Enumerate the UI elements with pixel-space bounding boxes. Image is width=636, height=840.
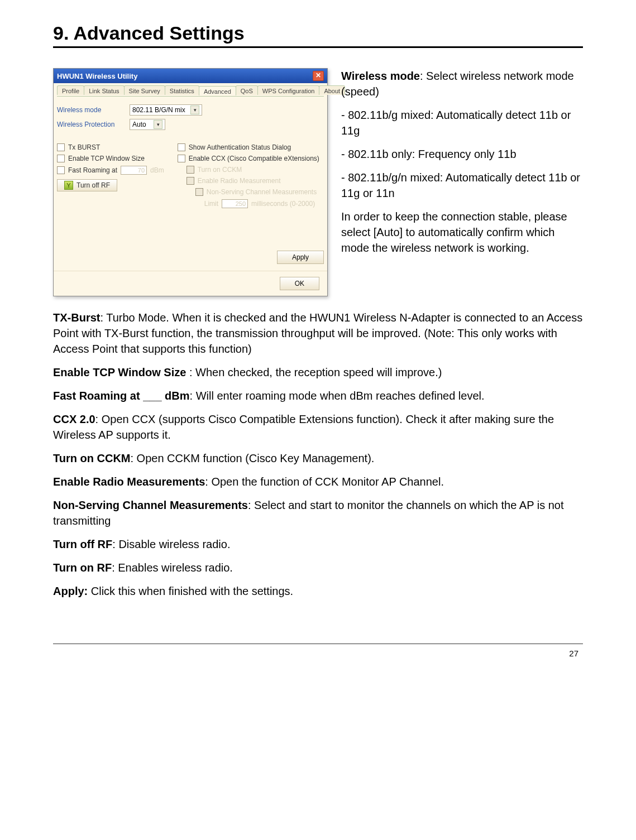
body-p7: Non-Serving Channel Measurements: Select… xyxy=(53,497,583,529)
turn-rf-button[interactable]: Y Turn off RF xyxy=(57,179,117,191)
limit-input[interactable]: 250 xyxy=(222,199,248,208)
wireless-mode-value: 802.11 B/G/N mix xyxy=(132,106,185,114)
tab-profile[interactable]: Profile xyxy=(57,85,84,95)
body-p8: Turn off RF: Disable wireless radio. xyxy=(53,536,583,552)
side-p4: - 802.11b/g/n mixed: Automatically detec… xyxy=(341,170,583,201)
side-p2: - 802.11b/g mixed: Automatically detect … xyxy=(341,107,583,138)
tab-advanced[interactable]: Advanced xyxy=(199,86,236,95)
radiomeas-label: Enable Radio Measurement xyxy=(198,177,281,185)
body-p9: Turn on RF: Enables wireless radio. xyxy=(53,560,583,575)
tab-statistics[interactable]: Statistics xyxy=(165,85,199,95)
txburst-checkbox[interactable] xyxy=(57,143,65,151)
tab-qos[interactable]: QoS xyxy=(236,85,258,95)
wireless-utility-window: HWUN1 Wireless Utility ✕ Profile Link St… xyxy=(53,68,328,296)
radiomeas-checkbox[interactable] xyxy=(187,177,194,185)
body-p10: Apply: Click this when finished with the… xyxy=(53,583,583,599)
tab-site-survey[interactable]: Site Survey xyxy=(124,85,165,95)
body-p2: Enable TCP Window Size : When checked, t… xyxy=(53,364,583,380)
body-p6: Enable Radio Measurements: Open the func… xyxy=(53,474,583,489)
footer-rule xyxy=(53,644,583,644)
chevron-down-icon[interactable]: ▾ xyxy=(154,120,162,129)
tcpwin-checkbox[interactable] xyxy=(57,155,65,162)
heading-rule xyxy=(53,46,583,48)
cckm-label: Turn on CCKM xyxy=(198,166,242,174)
wireless-protection-label: Wireless Protection xyxy=(57,121,130,128)
wireless-mode-select[interactable]: 802.11 B/G/N mix ▾ xyxy=(130,104,202,116)
radio-icon: Y xyxy=(64,181,73,190)
close-icon[interactable]: ✕ xyxy=(313,71,324,81)
tab-link-status[interactable]: Link Status xyxy=(84,85,124,95)
chapter-heading: 9. Advanced Settings xyxy=(53,22,583,44)
wireless-protection-select[interactable]: Auto ▾ xyxy=(130,119,165,130)
limit-post: milliseconds (0-2000) xyxy=(251,200,315,208)
wireless-mode-label: Wireless mode xyxy=(57,106,130,114)
side-p3: - 802.11b only: Frequency only 11b xyxy=(341,146,583,162)
ok-button[interactable]: OK xyxy=(280,277,319,290)
side-p1: Wireless mode: Select wireless network m… xyxy=(341,68,583,99)
tab-strip: Profile Link Status Site Survey Statisti… xyxy=(57,85,324,95)
fastroam-unit: dBm xyxy=(150,166,164,174)
turn-rf-label: Turn off RF xyxy=(76,181,110,189)
body-p1: TX-Burst: Turbo Mode. When it is checked… xyxy=(53,310,583,357)
ccx-label: Enable CCX (Cisco Compatible eXtensions) xyxy=(189,155,319,162)
nonserv-checkbox[interactable] xyxy=(195,188,203,196)
nonserv-label: Non-Serving Channel Measurements xyxy=(207,188,317,196)
apply-button[interactable]: Apply xyxy=(277,251,324,264)
tcpwin-label: Enable TCP Window Size xyxy=(68,155,145,162)
body-p4: CCX 2.0: Open CCX (supports Cisco Compat… xyxy=(53,411,583,443)
fastroam-label: Fast Roaming at xyxy=(68,166,117,174)
fastroam-input[interactable]: 70 xyxy=(121,166,147,175)
ccx-checkbox[interactable] xyxy=(178,155,185,162)
window-titlebar: HWUN1 Wireless Utility ✕ xyxy=(54,69,327,83)
authdlg-label: Show Authentication Status Dialog xyxy=(189,143,291,151)
limit-pre: Limit xyxy=(204,200,218,208)
fastroam-checkbox[interactable] xyxy=(57,166,65,174)
body-p5: Turn on CCKM: Open CCKM function (Cisco … xyxy=(53,450,583,466)
txburst-label: Tx BURST xyxy=(68,143,100,151)
page-number: 27 xyxy=(53,649,583,658)
wireless-protection-value: Auto xyxy=(132,121,146,128)
body-p3: Fast Roaming at ___ dBm: Will enter roam… xyxy=(53,388,583,404)
side-p5: In order to keep the connection stable, … xyxy=(341,209,583,256)
authdlg-checkbox[interactable] xyxy=(178,143,185,151)
chevron-down-icon[interactable]: ▾ xyxy=(190,105,199,114)
window-title: HWUN1 Wireless Utility xyxy=(57,72,137,80)
tab-wps[interactable]: WPS Configuration xyxy=(257,85,320,95)
cckm-checkbox[interactable] xyxy=(187,166,194,174)
